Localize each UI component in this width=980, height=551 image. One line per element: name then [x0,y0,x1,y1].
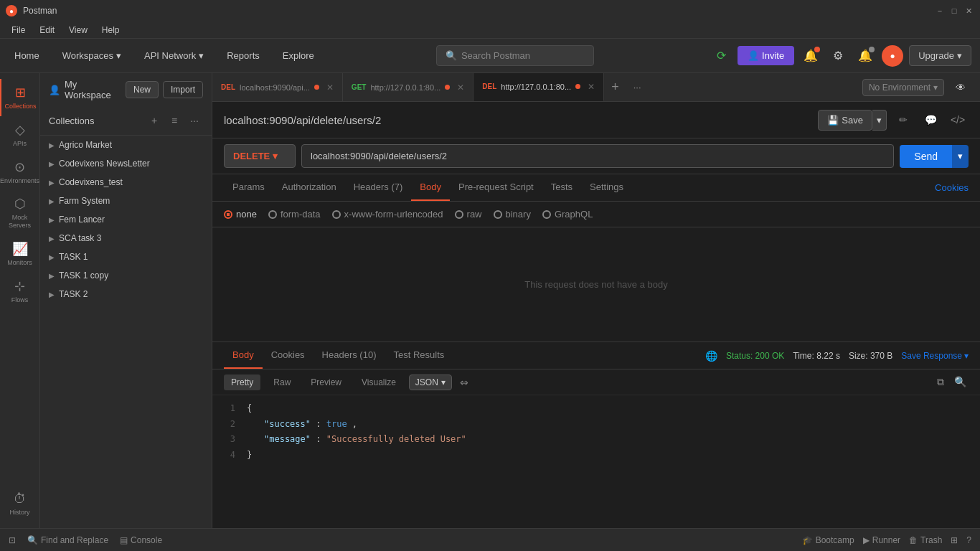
radio-binary [494,210,502,219]
sidebar-item-flows[interactable]: ⊹ Flows [0,273,40,310]
nav-api-network[interactable]: API Network ▾ [138,47,209,64]
comment-icon[interactable]: 💬 [920,109,941,131]
settings-icon[interactable]: ⚙ [827,45,849,67]
tab-body[interactable]: Body [411,174,450,201]
tab-pre-request[interactable]: Pre-request Script [450,174,542,201]
body-opt-binary[interactable]: binary [494,209,531,220]
sync-icon[interactable]: ⟳ [710,45,732,67]
more-tabs-btn[interactable]: ··· [626,73,649,102]
search-bar[interactable]: 🔍 Search Postman [436,45,594,66]
tab-params[interactable]: Params [224,174,273,201]
new-button[interactable]: New [126,81,159,98]
environment-selector[interactable]: No Environment ▾ [862,79,944,96]
bell-icon[interactable]: 🔔 [800,45,821,67]
body-opt-raw[interactable]: raw [455,209,482,220]
tab-del-2[interactable]: DEL http://127.0.0.1:80... ✕ [473,73,604,102]
sidebar-item-monitors[interactable]: 📈 Monitors [0,235,40,273]
nav-reports[interactable]: Reports [221,47,265,64]
tab-close-btn[interactable]: ✕ [588,82,595,92]
fmt-btn-visualize[interactable]: Visualize [354,375,403,390]
avatar[interactable]: ● [882,45,903,67]
save-icon: 💾 [827,115,839,126]
toggle-sidebar-btn[interactable]: ⊡ [9,535,16,545]
eye-icon[interactable]: 👁 [950,77,971,98]
tab-close-btn[interactable]: ✕ [457,83,464,93]
help-icon[interactable]: ? [966,535,971,545]
collections-list: ▶ Agrico Market ▶ Codevixens NewsLetter … [40,136,212,528]
save-button[interactable]: 💾 Save [818,110,872,131]
add-collection-btn[interactable]: + [146,112,163,129]
collection-sca-task-3[interactable]: ▶ SCA task 3 [40,229,212,248]
nav-explore[interactable]: Explore [277,47,320,64]
collection-task-1[interactable]: ▶ TASK 1 [40,248,212,266]
bootcamp-btn[interactable]: 🎓 Bootcamp [802,535,854,545]
collection-codevixens-test[interactable]: ▶ Codevixens_test [40,173,212,192]
invite-button[interactable]: 👤 Invite [738,46,794,65]
send-dropdown-btn[interactable]: ▾ [952,145,969,168]
trash-btn[interactable]: 🗑 Trash [909,535,942,545]
save-dropdown-btn[interactable]: ▾ [872,110,887,131]
close-btn[interactable]: ✕ [963,5,974,17]
runner-btn[interactable]: ▶ Runner [863,535,900,545]
tab-tests[interactable]: Tests [542,174,581,201]
body-opt-urlencoded[interactable]: x-www-form-urlencoded [332,209,443,220]
send-button[interactable]: Send [900,145,952,168]
fmt-btn-pretty[interactable]: Pretty [224,375,260,390]
tab-close-btn[interactable]: ✕ [326,83,334,93]
copy-btn[interactable]: ⧉ [935,374,946,390]
menu-edit[interactable]: Edit [34,24,60,37]
body-opt-graphql[interactable]: GraphQL [542,209,593,220]
save-response-button[interactable]: Save Response ▾ [901,351,969,361]
resp-tab-test-results[interactable]: Test Results [385,342,453,369]
sidebar-item-history[interactable]: ⏱ History [0,486,40,522]
tab-get-1[interactable]: GET http://127.0.0.1:80... ✕ [343,73,473,102]
collection-farm-system[interactable]: ▶ Farm System [40,192,212,210]
tab-dot [575,84,580,89]
minimize-btn[interactable]: − [934,5,946,17]
fmt-btn-preview[interactable]: Preview [303,375,349,390]
resp-tab-body[interactable]: Body [224,342,263,369]
response-format-bar: Pretty Raw Preview Visualize JSON ▾ ⇔ ⧉ … [212,369,980,395]
collection-agrico-market[interactable]: ▶ Agrico Market [40,136,212,154]
tab-settings[interactable]: Settings [581,174,632,201]
more-options-btn[interactable]: ··· [186,112,203,129]
nav-home[interactable]: Home [9,47,45,64]
menu-help[interactable]: Help [96,24,126,37]
find-replace-btn[interactable]: 🔍 Find and Replace [27,535,108,545]
resp-tab-cookies[interactable]: Cookies [263,342,314,369]
maximize-btn[interactable]: □ [948,5,960,17]
menu-file[interactable]: File [6,24,31,37]
sidebar-item-environments[interactable]: ⊙ Environments [0,154,40,191]
tab-headers[interactable]: Headers (7) [345,174,412,201]
json-format-selector[interactable]: JSON ▾ [409,375,452,390]
sidebar-item-apis[interactable]: ◇ APIs [0,116,40,154]
fmt-btn-raw[interactable]: Raw [266,375,298,390]
code-icon[interactable]: </> [947,109,969,131]
grid-icon[interactable]: ⊞ [951,535,958,545]
console-btn[interactable]: ▤ Console [120,535,162,545]
import-button[interactable]: Import [163,81,203,98]
collection-task-2[interactable]: ▶ TASK 2 [40,285,212,303]
nav-workspaces[interactable]: Workspaces ▾ [57,47,127,64]
upgrade-button[interactable]: Upgrade ▾ [909,45,971,66]
collection-fem-lancer[interactable]: ▶ Fem Lancer [40,210,212,229]
sidebar-item-collections[interactable]: ⊞ Collections [0,79,40,116]
resp-tab-headers[interactable]: Headers (10) [314,342,385,369]
wrap-btn[interactable]: ⇔ [458,375,471,390]
method-selector[interactable]: DELETE ▾ [224,144,296,168]
cookies-link[interactable]: Cookies [935,182,969,193]
filter-collections-btn[interactable]: ≡ [166,112,183,129]
notifications-icon[interactable]: 🔔 [854,45,876,67]
sidebar-item-mock-servers[interactable]: ⬡ Mock Servers [0,190,40,235]
edit-icon[interactable]: ✏ [892,109,914,131]
tab-del-1[interactable]: DEL localhost:9090/api... ✕ [212,73,343,102]
body-opt-none[interactable]: none [224,209,257,220]
tab-authorization[interactable]: Authorization [273,174,345,201]
collection-codevixens-newsletter[interactable]: ▶ Codevixens NewsLetter [40,154,212,173]
collection-task-1-copy[interactable]: ▶ TASK 1 copy [40,266,212,285]
body-opt-form-data[interactable]: form-data [268,209,321,220]
url-input[interactable] [301,144,894,168]
add-tab-btn[interactable]: + [604,73,626,102]
menu-view[interactable]: View [63,24,93,37]
search-resp-btn[interactable]: 🔍 [952,374,969,390]
